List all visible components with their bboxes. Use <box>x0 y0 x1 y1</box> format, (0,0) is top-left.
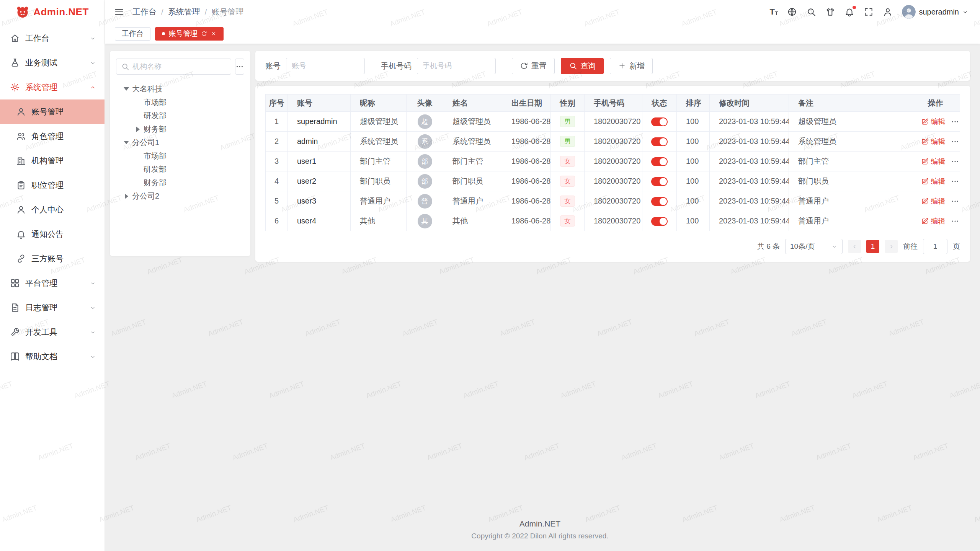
status-toggle[interactable] <box>651 117 668 126</box>
tree-node[interactable]: 市场部 <box>116 96 244 109</box>
logo[interactable]: Admin.NET <box>0 0 105 24</box>
more-actions-icon[interactable] <box>951 137 959 146</box>
sidebar-item-third-party-account[interactable]: 三方账号 <box>0 246 105 271</box>
refresh-icon[interactable] <box>201 31 207 37</box>
edit-button[interactable]: 编辑 <box>921 196 946 206</box>
sidebar-item-business-test[interactable]: 业务测试 <box>0 51 105 75</box>
sidebar-item-help-docs[interactable]: 帮助文档 <box>0 344 105 369</box>
tab-workbench[interactable]: 工作台 <box>115 27 150 41</box>
goto-page-input[interactable] <box>923 239 947 254</box>
cell-birth: 1986-06-28 <box>502 152 551 171</box>
sidebar-item-platform-management[interactable]: 平台管理 <box>0 271 105 295</box>
tree-node[interactable]: 研发部 <box>116 163 244 176</box>
page-size-value: 10条/页 <box>790 241 815 251</box>
caret-right-icon[interactable] <box>134 127 142 132</box>
cell-actions: 编辑 <box>911 152 960 171</box>
status-toggle[interactable] <box>651 197 668 206</box>
sidebar-item-position-management[interactable]: 职位管理 <box>0 173 105 197</box>
edit-button[interactable]: 编辑 <box>921 176 946 186</box>
cell-account: user3 <box>288 191 351 211</box>
search-icon[interactable] <box>806 7 816 17</box>
page-size-select[interactable]: 10条/页 <box>785 239 843 254</box>
goto-label: 前往 <box>903 241 918 251</box>
edit-button[interactable]: 编辑 <box>921 156 946 166</box>
font-size-icon[interactable]: TT <box>769 8 778 16</box>
prev-page-button[interactable] <box>848 240 861 253</box>
sidebar: Admin.NET 工作台 业务测试 系统管理 账号管理 角色管理 <box>0 0 105 551</box>
phone-input[interactable] <box>417 58 496 74</box>
breadcrumb-item[interactable]: 系统管理 <box>168 7 200 17</box>
cell-index: 1 <box>266 112 288 132</box>
cell-phone: 18020030720 <box>585 211 642 231</box>
notification-icon[interactable] <box>844 7 854 17</box>
edit-button[interactable]: 编辑 <box>921 137 946 147</box>
tree-node[interactable]: 市场部 <box>116 149 244 163</box>
brand-name: Admin.NET <box>33 6 89 18</box>
sidebar-item-role-management[interactable]: 角色管理 <box>0 124 105 148</box>
cell-remark: 超级管理员 <box>789 112 911 132</box>
sidebar-item-log-management[interactable]: 日志管理 <box>0 295 105 320</box>
close-icon[interactable] <box>211 31 217 37</box>
caret-down-icon[interactable] <box>122 87 131 91</box>
user-menu[interactable]: superadmin <box>902 5 969 19</box>
sidebar-item-workbench[interactable]: 工作台 <box>0 26 105 51</box>
chevron-down-icon <box>90 354 96 360</box>
table-row: 3 user1 部门主管 部 部门主管 1986-06-28 女 1802003… <box>266 152 960 171</box>
more-actions-icon[interactable] <box>951 177 959 186</box>
more-actions-icon[interactable] <box>951 157 959 166</box>
search-icon <box>569 62 577 70</box>
cell-status <box>642 112 677 132</box>
cell-birth: 1986-06-28 <box>502 211 551 231</box>
tab-account-management[interactable]: 账号管理 <box>155 27 224 41</box>
sidebar-item-system-management[interactable]: 系统管理 <box>0 75 105 99</box>
status-toggle[interactable] <box>651 177 668 186</box>
status-toggle[interactable] <box>651 217 668 226</box>
refresh-icon <box>520 62 528 70</box>
cell-gender: 男 <box>551 132 585 152</box>
home-icon <box>10 33 20 43</box>
sidebar-item-notice[interactable]: 通知公告 <box>0 222 105 246</box>
sidebar-item-dev-tools[interactable]: 开发工具 <box>0 320 105 344</box>
sidebar-item-org-management[interactable]: 机构管理 <box>0 148 105 173</box>
tree-more-button[interactable] <box>235 59 244 75</box>
tree-node[interactable]: 研发部 <box>116 109 244 122</box>
fullscreen-icon[interactable] <box>864 7 874 17</box>
status-toggle[interactable] <box>651 137 668 146</box>
more-actions-icon[interactable] <box>951 117 959 126</box>
tree-node[interactable]: 分公司1 <box>116 136 244 149</box>
theme-icon[interactable] <box>825 7 835 17</box>
layout-user-icon[interactable] <box>883 7 893 17</box>
account-input[interactable] <box>286 58 365 74</box>
more-actions-icon[interactable] <box>951 217 959 225</box>
breadcrumb-item[interactable]: 工作台 <box>132 7 157 17</box>
language-icon[interactable] <box>787 7 797 17</box>
tree-node[interactable]: 财务部 <box>116 122 244 136</box>
tree-node[interactable]: 分公司2 <box>116 189 244 203</box>
tree-node-label: 分公司1 <box>132 137 159 148</box>
page-button-1[interactable]: 1 <box>866 240 879 253</box>
cell-gender: 女 <box>551 211 585 231</box>
reset-button[interactable]: 重置 <box>512 58 555 74</box>
more-actions-icon[interactable] <box>951 197 959 205</box>
gender-tag: 女 <box>560 156 575 167</box>
next-page-button[interactable] <box>885 240 898 253</box>
edit-button[interactable]: 编辑 <box>921 117 946 127</box>
pagination: 共 6 条 10条/页 1 前往 页 <box>265 239 960 254</box>
menu-collapse-icon[interactable] <box>114 7 124 17</box>
tree-node[interactable]: 大名科技 <box>116 82 244 96</box>
org-search-input[interactable] <box>132 62 226 71</box>
sidebar-item-account-management[interactable]: 账号管理 <box>0 99 105 124</box>
tree-node-label: 财务部 <box>144 124 167 134</box>
col-birth: 出生日期 <box>502 95 551 112</box>
caret-down-icon[interactable] <box>122 141 131 144</box>
cell-avatar: 普 <box>407 191 443 211</box>
cell-remark: 系统管理员 <box>789 132 911 152</box>
sidebar-item-profile-center[interactable]: 个人中心 <box>0 197 105 222</box>
edit-button[interactable]: 编辑 <box>921 216 946 226</box>
tree-node[interactable]: 财务部 <box>116 176 244 189</box>
caret-right-icon[interactable] <box>122 194 131 199</box>
status-toggle[interactable] <box>651 157 668 166</box>
search-button[interactable]: 查询 <box>561 58 604 74</box>
sidebar-item-label: 帮助文档 <box>25 351 90 362</box>
add-button[interactable]: 新增 <box>610 58 653 74</box>
